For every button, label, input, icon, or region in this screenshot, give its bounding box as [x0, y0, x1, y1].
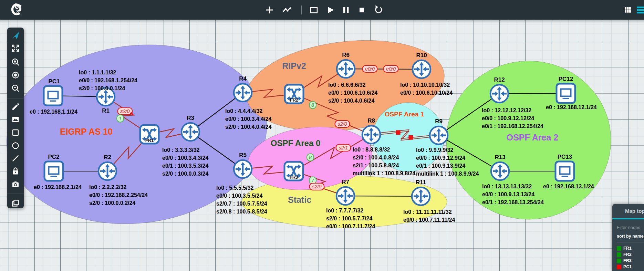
svg-text:R2: R2 [104, 154, 111, 160]
svg-text:lo0 : 5.5.5.5/32: lo0 : 5.5.5.5/32 [216, 185, 254, 191]
svg-text:PC1: PC1 [48, 78, 60, 85]
svg-text:RIPv2: RIPv2 [282, 61, 306, 71]
svg-text:e0 : 192.168.2.1/24: e0 : 192.168.2.1/24 [34, 184, 82, 190]
svg-text:R11: R11 [416, 179, 426, 186]
svg-text:PC12: PC12 [559, 76, 573, 82]
svg-text:R6: R6 [342, 52, 350, 58]
svg-text:s2/0.8 : 100.5.8.5/24: s2/0.8 : 100.5.8.5/24 [216, 209, 267, 215]
svg-text:e0 : 192.168.1.1/24: e0 : 192.168.1.1/24 [30, 109, 77, 115]
svg-text:e0/0 : 100.7.11.7/24: e0/0 : 100.7.11.7/24 [326, 223, 375, 229]
svg-text:1: 1 [119, 116, 122, 121]
svg-text:lo0 : 1.1.1.1/32: lo0 : 1.1.1.1/32 [79, 70, 116, 75]
svg-text:R7: R7 [342, 179, 349, 185]
svg-text:e0/1 : 192.168.12.254/24: e0/1 : 192.168.12.254/24 [482, 123, 543, 129]
svg-text:e0/0 : 192.168.1.254/24: e0/0 : 192.168.1.254/24 [79, 77, 137, 83]
svg-text:e0/0 : 100.3.4.4/24: e0/0 : 100.3.4.4/24 [225, 116, 271, 122]
svg-text:s2/0.7 : 100.5.7.5/24: s2/0.7 : 100.5.7.5/24 [216, 201, 267, 207]
svg-text:e0 : 192.168.12.1/24: e0 : 192.168.12.1/24 [546, 104, 597, 110]
svg-text:lo0 : 6.6.6.6/32: lo0 : 6.6.6.6/32 [328, 82, 366, 88]
svg-text:lo0 : 3.3.3.3/32: lo0 : 3.3.3.3/32 [162, 147, 200, 153]
svg-text:e0/0: e0/0 [386, 66, 396, 72]
svg-text:lo0 : 4.4.4.4/32: lo0 : 4.4.4.4/32 [225, 108, 263, 114]
svg-text:e0/0 : 100.9.12.9/24: e0/0 : 100.9.12.9/24 [416, 155, 465, 161]
svg-text:R8: R8 [367, 117, 375, 124]
svg-text:OSPF Area 1: OSPF Area 1 [385, 111, 424, 118]
svg-text:lo0 : 2.2.2.2/32: lo0 : 2.2.2.2/32 [89, 184, 127, 190]
svg-text:lo0 : 11.11.11.11/32: lo0 : 11.11.11.11/32 [403, 209, 452, 215]
svg-text:lo0 : 9.9.9.9/32: lo0 : 9.9.9.9/32 [416, 147, 454, 153]
svg-text:e0/0 : 100.3.4.3/24: e0/0 : 100.3.4.3/24 [162, 155, 208, 161]
svg-text:Static: Static [288, 195, 311, 205]
svg-text:e0/0 : 100.9.13.13/24: e0/0 : 100.9.13.13/24 [482, 191, 534, 197]
svg-text:s2/0 : 100.0.0.1/24: s2/0 : 100.0.0.1/24 [79, 85, 125, 91]
svg-text:s2/0 : 100.0.0.2/24: s2/0 : 100.0.0.2/24 [89, 200, 135, 206]
svg-text:s2/0 : 100.5.7.7/24: s2/0 : 100.5.7.7/24 [326, 216, 372, 221]
svg-text:FR3: FR3 [290, 175, 298, 180]
svg-text:multilink 1 : 100.8.9.8/24: multilink 1 : 100.8.9.8/24 [353, 170, 415, 176]
svg-text:e0/0 : 192.168.2.254/24: e0/0 : 192.168.2.254/24 [89, 192, 148, 198]
svg-text:lo0 : 13.13.13.13/32: lo0 : 13.13.13.13/32 [482, 184, 532, 189]
svg-text:OSPF Area 2: OSPF Area 2 [507, 133, 559, 142]
svg-text:e0/0 : 100.9.12.12/24: e0/0 : 100.9.12.12/24 [482, 115, 534, 121]
svg-text:R5: R5 [239, 152, 247, 158]
svg-text:lo0 : 10.10.10.10/32: lo0 : 10.10.10.10/32 [400, 82, 450, 88]
svg-text:R10: R10 [416, 52, 427, 59]
svg-text:7: 7 [311, 178, 314, 183]
svg-text:e0/0 : 100.3.5.5/24: e0/0 : 100.3.5.5/24 [216, 193, 262, 199]
svg-text:R1: R1 [102, 107, 110, 114]
svg-text:e0/0 : 100.6.10.10/24: e0/0 : 100.6.10.10/24 [400, 90, 453, 96]
svg-text:e0/1 : 100.3.5.3/24: e0/1 : 100.3.5.3/24 [162, 163, 208, 169]
svg-text:s2/0 : 100.4.0.4/24: s2/0 : 100.4.0.4/24 [225, 124, 271, 130]
svg-text:e0/0: e0/0 [365, 66, 375, 72]
svg-text:s2/1: s2/1 [339, 145, 348, 150]
svg-text:8: 8 [309, 155, 312, 160]
svg-text:R12: R12 [494, 76, 505, 83]
svg-text:lo0 : 12.12.12.12/32: lo0 : 12.12.12.12/32 [482, 107, 531, 113]
svg-text:s2/0 : 100.4.0.6/24: s2/0 : 100.4.0.6/24 [328, 98, 374, 104]
svg-text:multilink 1 : 100.8.9.9/24: multilink 1 : 100.8.9.9/24 [416, 171, 479, 177]
svg-text:R13: R13 [495, 154, 505, 160]
svg-text:e0/1 : 192.168.13.254/24: e0/1 : 192.168.13.254/24 [482, 199, 544, 205]
svg-text:PC13: PC13 [558, 154, 572, 160]
svg-text:lo0 : 7.7.7.7/32: lo0 : 7.7.7.7/32 [326, 208, 364, 213]
svg-text:e0/0 : 100.7.11.11/24: e0/0 : 100.7.11.11/24 [403, 217, 455, 223]
svg-text:EIGRP AS 10: EIGRP AS 10 [60, 127, 113, 136]
svg-text:FR2: FR2 [290, 97, 299, 103]
svg-text:PC2: PC2 [48, 154, 59, 160]
svg-text:FR1: FR1 [145, 138, 154, 143]
svg-text:OSPF Area 0: OSPF Area 0 [271, 138, 321, 148]
svg-text:e0 : 192.168.13.1/24: e0 : 192.168.13.1/24 [543, 184, 594, 189]
svg-text:8: 8 [311, 102, 314, 108]
svg-text:s2/0: s2/0 [312, 184, 321, 189]
svg-text:R9: R9 [435, 118, 443, 125]
svg-text:s2/0: s2/0 [337, 121, 347, 127]
svg-text:e0/0 : 100.6.10.6/24: e0/0 : 100.6.10.6/24 [328, 90, 377, 96]
svg-text:s2/0 : 100.4.0.8/24: s2/0 : 100.4.0.8/24 [353, 155, 399, 160]
svg-text:s2/0 : 100.0.0.3/24: s2/0 : 100.0.0.3/24 [162, 171, 208, 177]
svg-text:s2/1 : 100.5.8.8/24: s2/1 : 100.5.8.8/24 [353, 163, 399, 168]
svg-text:R3: R3 [187, 115, 194, 121]
svg-text:R4: R4 [239, 75, 247, 82]
svg-text:s2/0: s2/0 [120, 108, 129, 114]
svg-text:e0/1 : 100.9.13.9/24: e0/1 : 100.9.13.9/24 [416, 163, 465, 169]
svg-text:lo0 : 8.8.8.8/32: lo0 : 8.8.8.8/32 [353, 147, 390, 153]
